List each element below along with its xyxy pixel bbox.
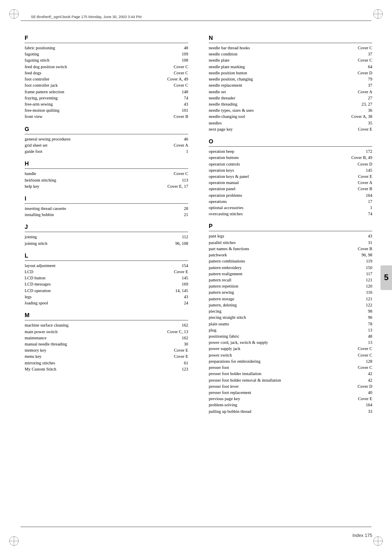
index-entry: pattern storage121 [209, 296, 372, 302]
section-divider-i [25, 203, 188, 204]
index-entry: presser foot leverCover D [209, 383, 372, 389]
index-entry: needle condition37 [209, 51, 372, 57]
entry-name: pant legs [209, 233, 224, 239]
index-entry: operation keys & panelCover E [209, 173, 372, 180]
index-entry: piecing98 [209, 308, 372, 314]
index-entry: needle types, sizes & uses36 [209, 107, 372, 113]
entry-page: 74 [350, 211, 372, 217]
entry-page: Cover C [350, 352, 372, 358]
entry-dots [46, 279, 165, 279]
entry-name: pattern recall [209, 277, 231, 283]
entry-page: Cover A [166, 142, 188, 148]
entry-page: 1 [166, 148, 188, 154]
entry-page: 123 [166, 366, 188, 372]
index-entry: operations17 [209, 198, 372, 205]
entry-dots [250, 250, 349, 250]
entry-name: presser foot replacement [209, 389, 251, 396]
entry-dots [68, 68, 165, 68]
section-header-p: P [209, 223, 372, 229]
entry-dots [57, 181, 165, 182]
index-entry: needle replacement37 [209, 82, 372, 88]
entry-page: 169 [166, 281, 188, 287]
entry-dots [217, 331, 349, 332]
entry-dots [243, 275, 349, 275]
entry-name: needle replacement [209, 82, 242, 88]
entry-page: 17 [350, 198, 372, 205]
index-entry: legs43 [25, 294, 188, 300]
entry-page: 64 [350, 64, 372, 70]
entry-page: 46 [166, 136, 188, 142]
section-divider-h [25, 168, 188, 169]
entry-name: plug [209, 327, 217, 333]
entry-dots [69, 326, 165, 327]
entry-dots [246, 117, 349, 118]
entry-dots [254, 111, 349, 112]
entry-name: free-motion quilting [25, 107, 60, 113]
index-entry: needle position, changing79 [209, 76, 372, 82]
index-entry: operation keys145 [209, 167, 372, 173]
entry-name: LCD [25, 269, 33, 275]
entry-name: presser foot holder removal & installati… [209, 377, 281, 383]
entry-page: Cover B [350, 186, 372, 192]
corner-mark-tl [7, 7, 21, 21]
entry-page: 121 [350, 296, 372, 302]
section-divider-n [209, 43, 372, 43]
entry-name: needles [209, 120, 222, 126]
index-entry: needle plateCover C [209, 57, 372, 63]
entry-page: Cover E [166, 353, 188, 359]
index-entry: feed dogsCover C [25, 70, 188, 76]
entry-name: fagoting stitch [25, 57, 49, 63]
entry-name: guide foot [25, 148, 42, 154]
entry-page: Cover E, 17 [166, 183, 188, 189]
entry-page: 96 [350, 314, 372, 320]
index-entry: mirroring stitches61 [25, 360, 188, 366]
entry-page: 109 [166, 51, 188, 57]
index-entry: patchwork96, 98 [209, 252, 372, 258]
entry-name: pattern embroidery [209, 265, 242, 271]
entry-dots [57, 370, 165, 371]
top-bar [21, 21, 371, 21]
entry-page: Cover C, 13 [166, 329, 188, 335]
entry-name: plain seams [209, 321, 229, 327]
index-entry: help keyCover E, 17 [25, 183, 188, 189]
entry-page: 61 [166, 360, 188, 366]
entry-name: My Custom Stitch [25, 366, 56, 372]
entry-page: 108 [166, 57, 188, 63]
entry-dots [42, 357, 165, 358]
entry-name: mirroring stitches [25, 360, 55, 366]
entry-name: needle position button [209, 70, 247, 76]
index-entry: machine surface cleaning162 [25, 322, 188, 328]
index-entry: maintenance162 [25, 335, 188, 341]
entry-name: handle [25, 170, 36, 177]
entry-name: presser foot lever [209, 383, 239, 389]
index-entry: needle threading23, 27 [209, 101, 372, 107]
entry-dots [235, 300, 349, 300]
entry-page: 35 [350, 120, 372, 126]
index-entry: power switchCover C [209, 352, 372, 358]
index-entry: foot controllerCover A, 49 [25, 76, 188, 82]
entry-dots [236, 190, 349, 190]
entry-name: memory key [25, 347, 46, 353]
entry-dots [246, 262, 349, 263]
entry-dots [51, 285, 165, 286]
entry-dots [241, 165, 349, 166]
entry-page: 42 [350, 371, 372, 377]
entry-dots [251, 49, 349, 49]
index-entry: pattern recall121 [209, 277, 372, 283]
entry-name: needle position, changing [209, 76, 253, 82]
corner-mark-tr [371, 7, 385, 21]
entry-name: operations [209, 198, 227, 205]
entry-dots [58, 99, 165, 99]
entry-dots [48, 244, 165, 245]
entry-page: Cover C [350, 345, 372, 352]
entry-page: 112 [166, 234, 188, 240]
index-entry: previous page keyCover E [209, 396, 372, 402]
entry-dots [58, 333, 165, 333]
entry-name: operation beep [209, 148, 234, 154]
entry-dots [47, 339, 165, 339]
entry-dots [48, 146, 165, 147]
index-entry: pattern sewing116 [209, 289, 372, 295]
entry-page: Cover A [350, 89, 372, 95]
index-entry: fabric positioning48 [25, 45, 188, 51]
section-divider-j [25, 232, 188, 232]
